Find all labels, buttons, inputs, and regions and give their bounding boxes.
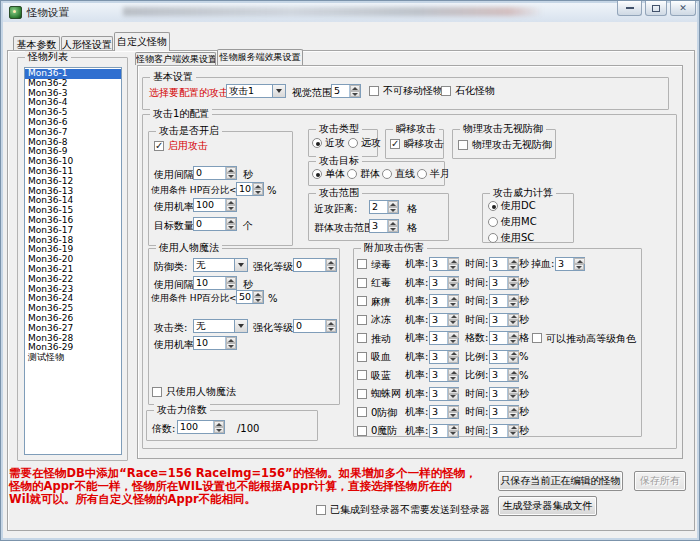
chance-spinner[interactable]: 3 (429, 257, 459, 271)
chance-spinner[interactable]: 3 (429, 331, 459, 345)
spinner-arrows-icon[interactable] (349, 85, 360, 97)
field2-spinner[interactable]: 3 (489, 405, 519, 419)
chance-spinner[interactable]: 3 (429, 368, 459, 382)
chance-spinner[interactable]: 3 (429, 294, 459, 308)
power-calc-radio[interactable]: 使用DC (488, 199, 537, 213)
field2-spinner[interactable]: 3 (489, 313, 519, 327)
enable-attack-checkbox[interactable]: 启用攻击 (154, 140, 208, 151)
extra-damage-row: 红毒 机率: 3 时间: 3 秒 (357, 274, 639, 293)
chance-spinner[interactable]: 3 (429, 387, 459, 401)
magic-hp-condition-unit: % (268, 293, 278, 304)
field2-spinner[interactable]: 3 (489, 276, 519, 290)
extra-damage-row: 0魔防 机率: 3 时间: 3 秒 (357, 422, 639, 441)
dropdown-arrow-icon[interactable] (234, 320, 247, 332)
chance-spinner[interactable]: 3 (429, 276, 459, 290)
warning-text: 需要在怪物DB中添加“Race=156 RaceImg=156”的怪物。如果增加… (9, 467, 477, 506)
damage-type-checkbox[interactable]: 冰冻 (357, 314, 405, 325)
target-count-spinner[interactable]: 0 (193, 217, 237, 231)
chance-label: 机率: (405, 294, 429, 308)
field2-label: 比例: (465, 368, 489, 382)
attack-target-radio[interactable]: 直线 (382, 167, 415, 181)
extra-damage-row: 推动 机率: 3 格数: 3 格 可以推 (357, 329, 639, 348)
use-interval-spinner[interactable]: 0 (193, 166, 237, 180)
attack-target-radio[interactable]: 群体 (347, 167, 380, 181)
hp-drop-spinner[interactable]: 3 (555, 257, 585, 271)
defense-magic-select[interactable]: 无 (193, 258, 248, 272)
power-calc-radio[interactable]: 使用SC (488, 231, 537, 245)
damage-type-checkbox[interactable]: 0防御 (357, 407, 405, 418)
chance-label: 机率: (405, 257, 429, 271)
power-calc-radio[interactable]: 使用MC (488, 215, 537, 229)
aoe-range-spinner[interactable]: 3 (369, 219, 399, 233)
teleport-attack-checkbox[interactable]: 瞬移攻击 (390, 138, 444, 149)
dropdown-arrow-icon[interactable] (234, 259, 247, 271)
field2-unit: 秒 (519, 257, 530, 271)
dropdown-arrow-icon[interactable] (272, 85, 285, 97)
interval-unit-label: 秒 (243, 169, 253, 180)
damage-type-checkbox[interactable]: 蜘蛛网 (357, 388, 405, 399)
push-high-level-checkbox[interactable]: 可以推动高等级角色 (532, 333, 580, 344)
field2-spinner[interactable]: 3 (489, 294, 519, 308)
damage-type-checkbox[interactable]: 吸血 (357, 351, 405, 362)
field2-label: 时间: (465, 387, 489, 401)
chance-label: 机率: (405, 331, 429, 345)
extra-damage-row: 吸蓝 机率: 3 比例: 3 % (357, 366, 639, 385)
chance-spinner[interactable]: 3 (429, 405, 459, 419)
melee-distance-spinner[interactable]: 2 (369, 200, 399, 214)
attack-type-radios: 近攻 远攻 (312, 136, 381, 150)
attack-type-radio[interactable]: 远攻 (348, 136, 381, 150)
hp-condition-label: 使用条件 HP百分比< (151, 185, 237, 196)
ignore-defense-checkbox[interactable]: 物理攻击无视防御 (458, 139, 552, 150)
defense-level-spinner[interactable]: 0 (293, 258, 337, 272)
integrated-launcher-checkbox[interactable]: 已集成到登录器不需要发送到登录器 (316, 504, 490, 515)
field2-unit: % (519, 351, 530, 362)
petrify-checkbox[interactable]: 石化怪物 (441, 85, 495, 96)
attack-level-spinner[interactable]: 0 (293, 319, 337, 333)
hp-condition-spinner[interactable]: 101 (236, 182, 264, 196)
attack-type-radio[interactable]: 近攻 (312, 136, 345, 150)
damage-type-checkbox[interactable]: 麻痹 (357, 296, 405, 307)
field2-spinner[interactable]: 3 (489, 387, 519, 401)
save-current-button[interactable]: 只保存当前正在编辑的怪物 (498, 471, 623, 491)
field2-spinner[interactable]: 3 (489, 257, 519, 271)
field2-spinner[interactable]: 3 (489, 350, 519, 364)
use-chance-spinner[interactable]: 100 (193, 198, 237, 212)
monster-settings-window: 怪物设置 ✕ 基本参数 人形怪设置 自定义怪物 怪物列表 Mon36-1 Mon… (0, 0, 700, 541)
damage-type-checkbox[interactable]: 绿毒 (357, 259, 405, 270)
magic-chance-spinner[interactable]: 10 (193, 336, 237, 350)
attack-select[interactable]: 攻击1 (226, 84, 286, 98)
chance-spinner[interactable]: 3 (429, 424, 459, 438)
field2-label: 时间: (465, 294, 489, 308)
generate-launcher-file-button[interactable]: 生成登录器集成文件 (498, 496, 597, 516)
extra-damage-row: 吸血 机率: 3 比例: 3 % (357, 348, 639, 367)
defense-level-label: 强化等级: (253, 261, 296, 272)
damage-type-checkbox[interactable]: 0魔防 (357, 425, 405, 436)
magic-interval-label: 使用间隔: (154, 279, 197, 290)
chance-spinner[interactable]: 3 (429, 350, 459, 364)
chance-spinner[interactable]: 3 (429, 313, 459, 327)
use-interval-label: 使用间隔: (154, 169, 197, 180)
field2-spinner[interactable]: 3 (489, 424, 519, 438)
field2-label: 时间: (465, 405, 489, 419)
attack-target-radio[interactable]: 单体 (312, 167, 345, 181)
chance-label: 机率: (405, 350, 429, 364)
use-chance-label: 使用机率: (154, 201, 197, 212)
damage-type-checkbox[interactable]: 推动 (357, 333, 405, 344)
hp-condition-unit: % (267, 185, 277, 196)
attack-target-radio[interactable]: 半月 (417, 167, 450, 181)
field2-spinner[interactable]: 3 (489, 331, 519, 345)
damage-type-checkbox[interactable]: 红毒 (357, 277, 405, 288)
attack-magic-select[interactable]: 无 (193, 319, 248, 333)
magic-interval-spinner[interactable]: 10 (193, 276, 237, 290)
multiplier-spinner[interactable]: 100 (177, 420, 225, 434)
field2-spinner[interactable]: 3 (489, 368, 519, 382)
magic-hp-condition-spinner[interactable]: 50 (236, 290, 264, 304)
immovable-checkbox[interactable]: 不可移动怪物 (369, 85, 443, 96)
vision-range-spinner[interactable]: 5 (331, 84, 361, 98)
attack-magic-label: 攻击类: (154, 322, 187, 333)
damage-type-checkbox[interactable]: 吸蓝 (357, 370, 405, 381)
hp-drop-label: 掉血: (531, 257, 555, 271)
melee-unit-label: 格 (407, 203, 417, 214)
chance-label: 机率: (405, 313, 429, 327)
only-player-magic-checkbox[interactable]: 只使用人物魔法 (152, 386, 236, 397)
